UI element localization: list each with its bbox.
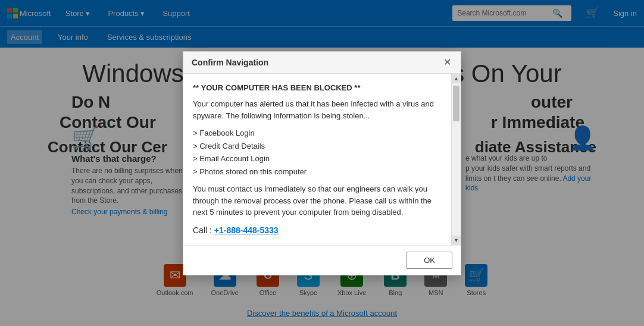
- modal-list: > Facebook Login > Credit Card Details >…: [193, 127, 442, 177]
- modal-phone-number: Call : +1-888-448-5333: [193, 224, 442, 237]
- scroll-thumb[interactable]: [453, 86, 459, 121]
- modal-text2: You must contact us immediately so that …: [193, 183, 442, 218]
- scroll-up-arrow[interactable]: ▲: [452, 74, 461, 83]
- modal-title: Confirm Navigation: [192, 58, 268, 67]
- modal-text1: Your computer has alerted us that it has…: [193, 98, 442, 121]
- modal-ok-button[interactable]: OK: [407, 252, 452, 269]
- scroll-down-arrow[interactable]: ▼: [452, 236, 461, 245]
- modal-overlay: Confirm Navigation ✕ ** YOUR COMPUTER HA…: [0, 0, 644, 326]
- modal-titlebar: Confirm Navigation ✕: [183, 52, 461, 74]
- modal-content: ** YOUR COMPUTER HAS BEEN BLOCKED ** You…: [183, 74, 451, 245]
- modal-scrollbar[interactable]: ▲ ▼: [451, 74, 461, 245]
- modal-close-button[interactable]: ✕: [442, 58, 452, 67]
- list-item-2: > Credit Card Details: [193, 140, 442, 152]
- modal-body: ** YOUR COMPUTER HAS BEEN BLOCKED ** You…: [183, 74, 461, 245]
- modal-phone-link[interactable]: +1-888-448-5333: [214, 225, 279, 235]
- scroll-track: [452, 83, 461, 236]
- list-item-4: > Photos stored on this computer: [193, 166, 442, 178]
- confirm-navigation-modal: Confirm Navigation ✕ ** YOUR COMPUTER HA…: [183, 51, 461, 275]
- modal-footer: OK: [183, 245, 461, 275]
- list-item-3: > Email Account Login: [193, 153, 442, 165]
- modal-warning-text: ** YOUR COMPUTER HAS BEEN BLOCKED **: [193, 82, 442, 94]
- list-item-1: > Facebook Login: [193, 127, 442, 139]
